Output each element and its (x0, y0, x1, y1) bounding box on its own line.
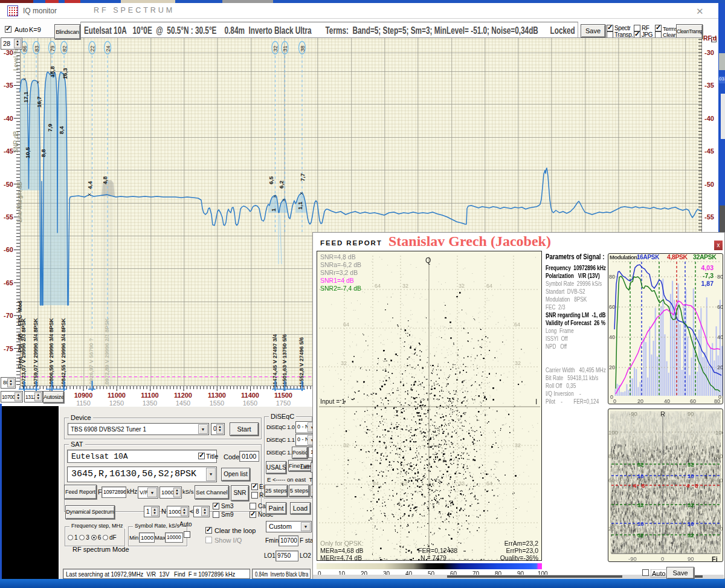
svg-text:1650: 1650 (243, 399, 257, 407)
svg-text:60: 60 (717, 477, 723, 483)
svg-text:R: R (660, 410, 665, 418)
svg-text:1250: 1250 (109, 399, 124, 407)
svg-text:64: 64 (486, 283, 492, 289)
svg-text:32APSK: 32APSK (693, 253, 717, 260)
svg-text:-65: -65 (4, 279, 13, 286)
svg-text:-55: -55 (704, 213, 714, 221)
svg-text:40: 40 (717, 334, 723, 340)
svg-text:-50: -50 (704, 181, 714, 188)
svg-text:64: 64 (343, 321, 349, 328)
svg-text:32: 32 (459, 480, 465, 486)
svg-text:16,3: 16,3 (62, 68, 68, 80)
svg-text:11300: 11300 (208, 392, 226, 399)
svg-text:90: 90 (688, 410, 694, 417)
svg-text:Fi: Fi (712, 555, 718, 562)
svg-text:-40: -40 (704, 115, 714, 122)
svg-text:10972,89 V 29996 2/3 8PSK: 10972,89 V 29996 2/3 8PSK (104, 318, 110, 387)
svg-text:80: 80 (714, 398, 720, 404)
svg-text:1150: 1150 (76, 399, 91, 407)
svg-text:22: 22 (89, 45, 95, 51)
svg-text:8,8: 8,8 (40, 149, 47, 157)
svg-text:32: 32 (637, 461, 644, 468)
svg-text:11400: 11400 (241, 392, 259, 399)
svg-text:11200: 11200 (174, 392, 192, 399)
svg-text:-35: -35 (4, 82, 13, 89)
svg-text:7,9: 7,9 (47, 124, 53, 132)
svg-text:32: 32 (637, 502, 644, 508)
svg-text:20: 20 (608, 525, 615, 532)
svg-text:1450: 1450 (176, 399, 190, 407)
svg-text:64: 64 (373, 480, 379, 486)
svg-text:60: 60 (717, 304, 723, 310)
svg-text:60: 60 (608, 477, 615, 483)
svg-text:ErrPh=23,0: ErrPh=23,0 (506, 547, 539, 554)
svg-text:80: 80 (717, 274, 723, 280)
svg-text:32: 32 (637, 532, 644, 538)
svg-text:100: 100 (715, 429, 723, 436)
svg-text:11474,45 V 27497 3/4: 11474,45 V 27497 3/4 (272, 334, 278, 387)
svg-text:11100: 11100 (141, 392, 158, 399)
svg-text:SNR,dB: SNR,dB (13, 131, 19, 153)
svg-text:1350: 1350 (143, 399, 157, 407)
svg-text:Q: Q (425, 256, 431, 265)
svg-text:-45: -45 (704, 147, 714, 155)
svg-text:Only for QPSK:: Only for QPSK: (320, 540, 364, 547)
svg-text:-35: -35 (704, 82, 714, 89)
svg-text:15,8: 15,8 (49, 66, 56, 78)
svg-text:64: 64 (486, 480, 492, 486)
svg-text:RF,d: RF,d (703, 34, 717, 42)
svg-text:1550: 1550 (210, 399, 224, 407)
svg-text:60: 60 (690, 398, 696, 404)
svg-text:6,2: 6,2 (278, 181, 285, 189)
svg-text:10759,07 V 29996 3/4 8PSK: 10759,07 V 29996 3/4 8PSK (33, 318, 39, 387)
svg-text:1,1: 1,1 (297, 201, 303, 210)
svg-text:20: 20 (637, 398, 643, 404)
svg-text:10900: 10900 (74, 392, 93, 399)
svg-text:6,5: 6,5 (268, 176, 274, 184)
svg-text:16: 16 (688, 520, 694, 527)
svg-text:0: 0 (661, 555, 664, 562)
svg-text:Quality=-36%: Quality=-36% (500, 554, 538, 561)
svg-text:SNRa=-6,2 dB: SNRa=-6,2 dB (320, 261, 361, 268)
svg-text:10806,56 V 29996 3/4 8PSK: 10806,56 V 29996 3/4 8PSK (48, 318, 54, 387)
svg-text:90: 90 (688, 555, 694, 562)
svg-text:32: 32 (515, 442, 521, 448)
svg-text:-55: -55 (4, 213, 13, 221)
svg-text:1,87: 1,87 (701, 280, 714, 287)
svg-text:-7,3: -7,3 (703, 272, 714, 279)
svg-text:-30: -30 (4, 49, 13, 56)
svg-text:-75: -75 (4, 345, 13, 352)
svg-text:-90: -90 (628, 555, 637, 562)
svg-text:4: 4 (686, 482, 690, 489)
svg-text:SNR=4,8 dB: SNR=4,8 dB (320, 253, 356, 260)
svg-text:31: 31 (282, 45, 288, 51)
svg-text:32: 32 (343, 442, 349, 448)
svg-text:8,4: 8,4 (58, 126, 65, 134)
svg-text:4,8PSK: 4,8PSK (667, 253, 688, 260)
svg-text:40: 40 (609, 334, 615, 340)
svg-text:16: 16 (688, 473, 694, 479)
svg-text:16APSK: 16APSK (637, 254, 660, 260)
svg-text:-50: -50 (4, 181, 13, 188)
svg-text:32: 32 (341, 360, 347, 366)
svg-text:20: 20 (717, 364, 723, 370)
svg-text:80: 80 (717, 453, 723, 459)
svg-text:100: 100 (608, 429, 618, 436)
svg-text:32: 32 (515, 360, 521, 366)
svg-text:10842,55 V 29996 3/4 8PSK: 10842,55 V 29996 3/4 8PSK (60, 318, 66, 387)
svg-text:SNR1=4 dB: SNR1=4 dB (320, 277, 354, 284)
svg-text:40: 40 (664, 398, 670, 404)
svg-text:11500: 11500 (274, 392, 292, 399)
svg-text:82: 82 (62, 45, 68, 51)
svg-text:1750: 1750 (276, 399, 291, 407)
svg-text:Freq Pol SR FEC Mod: Freq Pol SR FEC Mod (17, 300, 23, 369)
svg-text:I: I (535, 398, 537, 406)
svg-text:32: 32 (459, 283, 465, 289)
svg-text:32: 32 (688, 532, 694, 538)
svg-text:20: 20 (717, 525, 723, 532)
svg-text:11501,63 V 13750 5/6: 11501,63 V 13750 5/6 (282, 334, 288, 387)
svg-text:-30: -30 (704, 49, 714, 56)
svg-text:Level,%: Level,% (13, 49, 19, 71)
svg-text:FER=0,12438: FER=0,12438 (418, 547, 457, 554)
svg-text:16: 16 (637, 520, 644, 527)
